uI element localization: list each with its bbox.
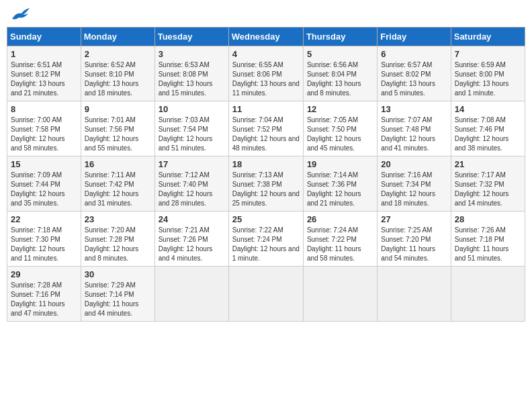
day-number: 3 — [159, 49, 225, 59]
day-info: Sunrise: 7:28 AMSunset: 7:16 PMDaylight:… — [11, 281, 65, 317]
logo — [9, 7, 30, 21]
day-number: 28 — [455, 214, 521, 224]
weekday-header-wednesday: Wednesday — [228, 28, 303, 46]
calendar-cell: 19 Sunrise: 7:14 AMSunset: 7:36 PMDaylig… — [303, 156, 377, 212]
day-number: 7 — [455, 49, 521, 59]
day-number: 24 — [159, 214, 225, 224]
page-header — [7, 7, 525, 21]
calendar-cell: 1 Sunrise: 6:51 AMSunset: 8:12 PMDayligh… — [7, 46, 81, 101]
calendar-cell: 8 Sunrise: 7:00 AMSunset: 7:58 PMDayligh… — [7, 101, 81, 156]
calendar-cell: 3 Sunrise: 6:53 AMSunset: 8:08 PMDayligh… — [154, 46, 228, 101]
day-info: Sunrise: 7:01 AMSunset: 7:56 PMDaylight:… — [85, 116, 139, 152]
weekday-header-saturday: Saturday — [451, 28, 525, 46]
calendar-cell: 5 Sunrise: 6:56 AMSunset: 8:04 PMDayligh… — [303, 46, 377, 101]
calendar-cell: 16 Sunrise: 7:11 AMSunset: 7:42 PMDaylig… — [81, 156, 154, 212]
calendar-cell: 7 Sunrise: 6:59 AMSunset: 8:00 PMDayligh… — [451, 46, 525, 101]
day-info: Sunrise: 7:21 AMSunset: 7:26 PMDaylight:… — [159, 226, 213, 262]
calendar-cell: 24 Sunrise: 7:21 AMSunset: 7:26 PMDaylig… — [154, 212, 228, 267]
calendar-cell: 21 Sunrise: 7:17 AMSunset: 7:32 PMDaylig… — [451, 156, 525, 212]
day-number: 25 — [232, 214, 300, 224]
calendar-cell: 18 Sunrise: 7:13 AMSunset: 7:38 PMDaylig… — [228, 156, 303, 212]
weekday-header-monday: Monday — [81, 28, 154, 46]
day-info: Sunrise: 7:18 AMSunset: 7:30 PMDaylight:… — [11, 226, 65, 262]
calendar-cell: 22 Sunrise: 7:18 AMSunset: 7:30 PMDaylig… — [7, 212, 81, 267]
day-info: Sunrise: 7:04 AMSunset: 7:52 PMDaylight:… — [232, 116, 300, 152]
day-info: Sunrise: 7:13 AMSunset: 7:38 PMDaylight:… — [232, 171, 300, 207]
calendar-header-row: SundayMondayTuesdayWednesdayThursdayFrid… — [7, 28, 525, 46]
logo-bird-icon — [11, 7, 30, 21]
day-number: 13 — [381, 104, 447, 114]
day-number: 8 — [11, 104, 77, 114]
day-number: 21 — [455, 159, 521, 169]
day-number: 18 — [232, 159, 300, 169]
day-number: 14 — [455, 104, 521, 114]
day-number: 6 — [381, 49, 447, 59]
day-number: 19 — [307, 159, 373, 169]
day-number: 1 — [11, 49, 77, 59]
day-info: Sunrise: 6:56 AMSunset: 8:04 PMDaylight:… — [307, 61, 361, 97]
day-info: Sunrise: 6:52 AMSunset: 8:10 PMDaylight:… — [85, 61, 139, 97]
day-number: 20 — [381, 159, 447, 169]
day-number: 29 — [11, 269, 77, 279]
calendar-cell — [303, 267, 377, 322]
calendar-cell: 4 Sunrise: 6:55 AMSunset: 8:06 PMDayligh… — [228, 46, 303, 101]
calendar-cell: 2 Sunrise: 6:52 AMSunset: 8:10 PMDayligh… — [81, 46, 154, 101]
calendar-cell: 28 Sunrise: 7:26 AMSunset: 7:18 PMDaylig… — [451, 212, 525, 267]
day-info: Sunrise: 6:59 AMSunset: 8:00 PMDaylight:… — [455, 61, 509, 97]
day-number: 23 — [85, 214, 151, 224]
calendar-cell: 11 Sunrise: 7:04 AMSunset: 7:52 PMDaylig… — [228, 101, 303, 156]
calendar-week-row: 15 Sunrise: 7:09 AMSunset: 7:44 PMDaylig… — [7, 156, 525, 212]
day-info: Sunrise: 7:14 AMSunset: 7:36 PMDaylight:… — [307, 171, 361, 207]
calendar-cell — [378, 267, 451, 322]
calendar-week-row: 22 Sunrise: 7:18 AMSunset: 7:30 PMDaylig… — [7, 212, 525, 267]
calendar-week-row: 8 Sunrise: 7:00 AMSunset: 7:58 PMDayligh… — [7, 101, 525, 156]
weekday-header-friday: Friday — [378, 28, 451, 46]
calendar-cell — [451, 267, 525, 322]
calendar-cell: 9 Sunrise: 7:01 AMSunset: 7:56 PMDayligh… — [81, 101, 154, 156]
day-info: Sunrise: 7:08 AMSunset: 7:46 PMDaylight:… — [455, 116, 509, 152]
day-info: Sunrise: 7:07 AMSunset: 7:48 PMDaylight:… — [381, 116, 435, 152]
day-number: 10 — [159, 104, 225, 114]
day-info: Sunrise: 7:00 AMSunset: 7:58 PMDaylight:… — [11, 116, 65, 152]
day-number: 26 — [307, 214, 373, 224]
day-info: Sunrise: 6:51 AMSunset: 8:12 PMDaylight:… — [11, 61, 65, 97]
day-number: 22 — [11, 214, 77, 224]
calendar-cell: 12 Sunrise: 7:05 AMSunset: 7:50 PMDaylig… — [303, 101, 377, 156]
day-info: Sunrise: 7:16 AMSunset: 7:34 PMDaylight:… — [381, 171, 435, 207]
day-info: Sunrise: 7:22 AMSunset: 7:24 PMDaylight:… — [232, 226, 300, 262]
calendar-cell: 13 Sunrise: 7:07 AMSunset: 7:48 PMDaylig… — [378, 101, 451, 156]
calendar-week-row: 1 Sunrise: 6:51 AMSunset: 8:12 PMDayligh… — [7, 46, 525, 101]
day-info: Sunrise: 7:20 AMSunset: 7:28 PMDaylight:… — [85, 226, 139, 262]
calendar-cell: 15 Sunrise: 7:09 AMSunset: 7:44 PMDaylig… — [7, 156, 81, 212]
day-number: 27 — [381, 214, 447, 224]
calendar-cell: 10 Sunrise: 7:03 AMSunset: 7:54 PMDaylig… — [154, 101, 228, 156]
weekday-header-tuesday: Tuesday — [154, 28, 228, 46]
calendar-cell: 20 Sunrise: 7:16 AMSunset: 7:34 PMDaylig… — [378, 156, 451, 212]
day-number: 4 — [232, 49, 300, 59]
day-number: 17 — [159, 159, 225, 169]
calendar-cell — [228, 267, 303, 322]
calendar-cell: 23 Sunrise: 7:20 AMSunset: 7:28 PMDaylig… — [81, 212, 154, 267]
weekday-header-sunday: Sunday — [7, 28, 81, 46]
day-number: 2 — [85, 49, 151, 59]
day-number: 12 — [307, 104, 373, 114]
calendar-cell: 17 Sunrise: 7:12 AMSunset: 7:40 PMDaylig… — [154, 156, 228, 212]
calendar-cell: 29 Sunrise: 7:28 AMSunset: 7:16 PMDaylig… — [7, 267, 81, 322]
calendar-table: SundayMondayTuesdayWednesdayThursdayFrid… — [7, 27, 525, 322]
calendar-cell: 6 Sunrise: 6:57 AMSunset: 8:02 PMDayligh… — [378, 46, 451, 101]
calendar-cell: 25 Sunrise: 7:22 AMSunset: 7:24 PMDaylig… — [228, 212, 303, 267]
day-info: Sunrise: 7:09 AMSunset: 7:44 PMDaylight:… — [11, 171, 65, 207]
day-info: Sunrise: 6:53 AMSunset: 8:08 PMDaylight:… — [159, 61, 213, 97]
calendar-week-row: 29 Sunrise: 7:28 AMSunset: 7:16 PMDaylig… — [7, 267, 525, 322]
calendar-cell: 26 Sunrise: 7:24 AMSunset: 7:22 PMDaylig… — [303, 212, 377, 267]
weekday-header-thursday: Thursday — [303, 28, 377, 46]
calendar-cell: 30 Sunrise: 7:29 AMSunset: 7:14 PMDaylig… — [81, 267, 154, 322]
calendar-cell — [154, 267, 228, 322]
day-info: Sunrise: 7:24 AMSunset: 7:22 PMDaylight:… — [307, 226, 361, 262]
day-info: Sunrise: 7:17 AMSunset: 7:32 PMDaylight:… — [455, 171, 509, 207]
day-info: Sunrise: 7:29 AMSunset: 7:14 PMDaylight:… — [85, 281, 139, 317]
calendar-cell: 14 Sunrise: 7:08 AMSunset: 7:46 PMDaylig… — [451, 101, 525, 156]
day-info: Sunrise: 6:57 AMSunset: 8:02 PMDaylight:… — [381, 61, 435, 97]
day-info: Sunrise: 7:05 AMSunset: 7:50 PMDaylight:… — [307, 116, 361, 152]
day-number: 15 — [11, 159, 77, 169]
